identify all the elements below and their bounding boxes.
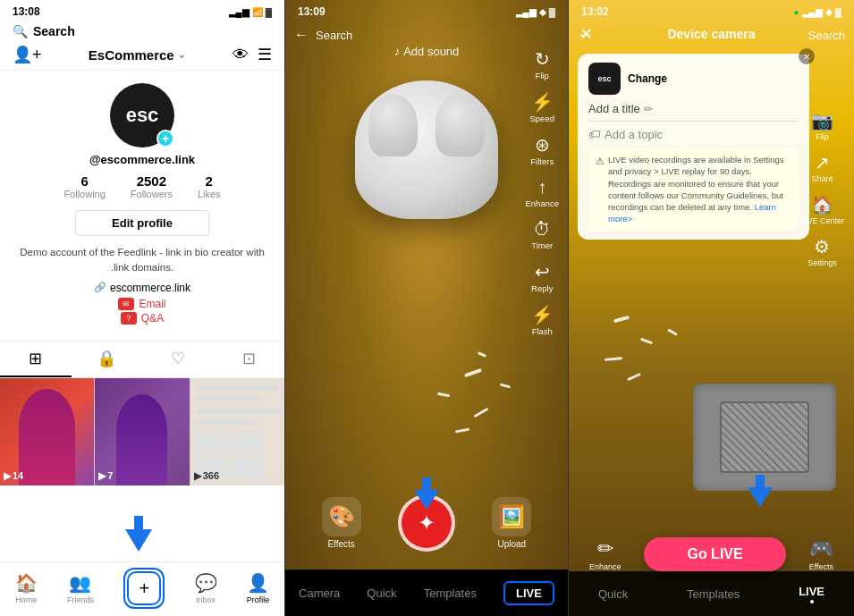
airpods-image — [355, 80, 498, 219]
nav-friends[interactable]: 👥 Friends — [67, 572, 94, 604]
effects-button[interactable]: 🎨 Effects — [322, 497, 361, 549]
enhance-button-live[interactable]: ✏ Enhance — [589, 537, 621, 571]
enhance-button-p2[interactable]: ↑ Enhance — [523, 173, 561, 212]
live-camera-button[interactable]: 📷 Flip — [798, 107, 847, 144]
blue-arrow-indicator — [125, 516, 152, 555]
live-share-button[interactable]: ↗ Share — [798, 149, 847, 186]
p3-tab-templates[interactable]: Templates — [687, 587, 740, 601]
go-live-button[interactable]: Go LIVE — [644, 537, 785, 571]
profile-link[interactable]: 🔗 escommerce.link — [94, 282, 190, 294]
time-3: 13:02 — [581, 5, 609, 18]
music-note-icon: ♪ — [394, 45, 401, 58]
video-item-3[interactable]: ▶ 366 — [190, 378, 284, 485]
status-bar-1: 13:08 ▂▄▆ 📶 ▓ — [0, 0, 284, 21]
tab-liked[interactable]: ♡ — [142, 342, 214, 377]
tab-shared[interactable]: ⊡ — [214, 342, 285, 377]
profile-header: 👤+ EsCommerce ⌄ 👁 ☰ — [0, 41, 284, 71]
email-link[interactable]: ✉ Email — [118, 298, 165, 310]
add-sound-bar[interactable]: ♪ Add sound — [285, 45, 568, 58]
nav-create[interactable]: + — [123, 568, 165, 609]
p2-nav: Camera Quick Templates LIVE — [285, 570, 568, 616]
sparkle-icon: ✦ — [418, 511, 435, 536]
flash-button[interactable]: ⚡ Flash — [523, 300, 561, 340]
likes-stat[interactable]: 2 Likes — [198, 173, 221, 199]
chevron-icon: ⌄ — [177, 48, 186, 61]
back-arrow-icon[interactable]: ← — [294, 27, 309, 43]
email-icon: ✉ — [118, 298, 134, 310]
svg-marker-2 — [748, 475, 773, 507]
add-sound-label: Add sound — [403, 45, 459, 58]
speed-button[interactable]: ⚡ Speed — [523, 88, 561, 127]
live-settings-button[interactable]: ⚙ Settings — [798, 233, 847, 270]
edit-profile-button[interactable]: Edit profile — [75, 210, 209, 236]
camera-icon[interactable]: 👁 — [233, 46, 249, 64]
svg-marker-1 — [414, 477, 439, 510]
effects-icon: 🎨 — [322, 497, 361, 536]
video-item-1[interactable]: ▶ 14 — [0, 378, 94, 485]
battery-icon-3: ▓ — [835, 7, 841, 17]
search-bar[interactable]: 🔍 Search — [0, 21, 284, 41]
following-stat[interactable]: 6 Following — [63, 173, 105, 199]
info-text: LIVE video recordings are available in S… — [608, 154, 791, 225]
status-icons-2: ▂▄▆ ◆ ▓ — [516, 7, 555, 17]
phone-camera: 13:09 ▂▄▆ ◆ ▓ ← Search ♪ Add sound ↻ Fli… — [284, 0, 569, 616]
add-account-icon[interactable]: 👤+ — [13, 45, 42, 64]
videos-grid: ▶ 14 ▶ 7 — [0, 378, 284, 485]
upload-button[interactable]: 🖼️ Upload — [492, 497, 531, 549]
search-label-2[interactable]: Search — [316, 29, 352, 42]
friends-icon: 👥 — [69, 572, 91, 594]
add-avatar-button[interactable]: + — [156, 130, 174, 148]
effects-button-live[interactable]: 🎮 Effects — [809, 537, 833, 571]
change-button[interactable]: Change — [628, 72, 667, 85]
bottom-nav: 🏠 Home 👥 Friends + 💬 Inbox 👤 Profile — [0, 561, 284, 616]
timer-button[interactable]: ⏱ Timer — [523, 215, 561, 254]
info-icon: ⚠ — [596, 155, 605, 225]
create-button[interactable]: + — [127, 571, 161, 605]
p2-tab-quick[interactable]: Quick — [367, 586, 396, 600]
username-header[interactable]: EsCommerce ⌄ — [89, 47, 186, 63]
profile-stats: 6 Following 2502 Followers 2 Likes — [63, 173, 220, 199]
live-setup-card: esc Change Add a title ✏ 🏷 Add a topic ⚠… — [578, 54, 809, 240]
avatar-section: esc + @escommerce.link 6 Following 2502 … — [0, 71, 284, 337]
video-count-2: ▶ 7 — [98, 470, 113, 482]
qa-link[interactable]: ? Q&A — [121, 312, 164, 325]
search-label[interactable]: Search — [33, 24, 75, 38]
tab-grid[interactable]: ⊞ — [0, 342, 72, 377]
add-title-row[interactable]: Add a title ✏ — [588, 102, 799, 122]
p3-tab-live[interactable]: LIVE — [799, 585, 824, 603]
filters-button[interactable]: ⊛ Filters — [523, 131, 561, 170]
nav-home[interactable]: 🏠 Home — [15, 572, 38, 604]
p2-tab-live[interactable]: LIVE — [503, 581, 554, 605]
video-item-2[interactable]: ▶ 7 — [95, 378, 189, 485]
search-label-3[interactable]: Search — [808, 29, 845, 42]
blue-arrow-p3 — [748, 475, 773, 511]
time-1: 13:08 — [13, 5, 40, 18]
nav-inbox[interactable]: 💬 Inbox — [195, 572, 217, 604]
p3-tab-quick[interactable]: Quick — [598, 587, 628, 601]
back-arrow-icon-3[interactable]: ← — [578, 27, 592, 43]
followers-stat[interactable]: 2502 Followers — [131, 173, 173, 199]
add-topic-row[interactable]: 🏷 Add a topic — [588, 127, 799, 141]
camera-right-icons: ↻ Flip ⚡ Speed ⊛ Filters ↑ Enhance ⏱ Tim… — [523, 45, 561, 340]
p2-tab-templates[interactable]: Templates — [424, 586, 477, 600]
dot-icon: ● — [794, 7, 799, 17]
learn-more-link[interactable]: Learn more> — [608, 202, 776, 224]
social-links: ✉ Email ? Q&A — [118, 298, 165, 325]
p2-tab-camera[interactable]: Camera — [299, 586, 340, 600]
info-box: ⚠ LIVE video recordings are available in… — [588, 148, 799, 231]
signal-icon-3: ▂▄▆ — [802, 7, 823, 17]
menu-icon[interactable]: ☰ — [258, 45, 272, 64]
nav-profile[interactable]: 👤 Profile — [247, 572, 270, 604]
close-card-button[interactable]: ✕ — [799, 48, 815, 64]
signal-icon: ▂▄▆ — [229, 7, 249, 17]
edit-icon: ✏ — [644, 103, 653, 115]
header-icons: 👁 ☰ — [233, 45, 272, 64]
avatar[interactable]: esc + — [110, 83, 174, 148]
tab-private[interactable]: 🔒 — [72, 342, 143, 377]
svg-marker-0 — [125, 516, 152, 552]
ac-grid — [720, 401, 809, 473]
search-icon: 🔍 — [13, 24, 28, 38]
reply-button[interactable]: ↩ Reply — [523, 257, 561, 297]
live-center-button[interactable]: 🏠 LIVE Center — [798, 191, 847, 228]
signal-icon-2: ▂▄▆ — [516, 7, 537, 17]
